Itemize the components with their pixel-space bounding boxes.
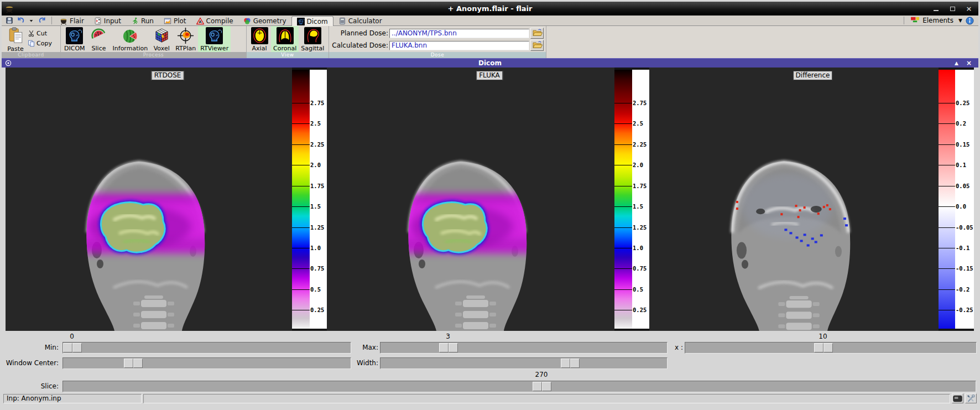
close-panel-button[interactable]: × (966, 59, 972, 68)
slider-handle[interactable] (439, 343, 458, 352)
x-label: x : (614, 342, 683, 354)
titlebar[interactable]: + Anonym.flair - flair × (2, 2, 978, 15)
colorbar-tick (614, 268, 632, 269)
minimize-button[interactable] (932, 5, 940, 13)
process-item-label: Slice (92, 45, 106, 52)
tab-dicom[interactable]: Dicom (291, 16, 333, 27)
window-controls: × (932, 5, 973, 13)
colorbar-diff-2: 0.250.20.150.10.050.0-0.05-0.1-0.15-0.2-… (939, 68, 974, 331)
quick-access-toolbar (2, 17, 49, 25)
tab-geometry[interactable]: Geometry (238, 16, 291, 26)
process-dicom-button[interactable]: DICOM (62, 26, 87, 52)
colorbar-tick-label: 0.25 (956, 100, 969, 106)
paste-button[interactable]: Paste (4, 27, 27, 53)
image-icon[interactable] (952, 393, 963, 403)
min-slider[interactable] (62, 342, 351, 354)
dropdown-arrow-icon[interactable] (27, 17, 35, 25)
process-voxel-button[interactable]: Voxel (150, 26, 173, 52)
ribbon: Paste Cut Copy Clipboard DICOMSliceInfor… (2, 26, 978, 58)
colorbar-tick (292, 310, 310, 310)
window-center-slider[interactable] (62, 357, 351, 369)
separator (904, 17, 904, 24)
slider-handle[interactable] (814, 343, 833, 352)
tools-icon[interactable] (965, 393, 977, 403)
viewport-fluka[interactable]: FLUKA (327, 68, 614, 331)
calculated-dose-input[interactable] (389, 41, 529, 50)
slice-slider[interactable] (62, 381, 976, 392)
colorbar-tick (292, 206, 310, 207)
colorbar-tick (939, 248, 955, 248)
planned-dose-browse-button[interactable] (530, 28, 544, 39)
colorbar-tick (939, 123, 955, 124)
colorbar-tick-label: -0.15 (956, 265, 973, 272)
process-item-label: DICOM (64, 45, 85, 52)
view-sagittal-button[interactable]: Sagittal (299, 26, 326, 52)
slider-handle[interactable] (561, 359, 580, 368)
colorbar-tick-label: 0.0 (956, 203, 966, 210)
process-rtviewer-button[interactable]: RTViewer (198, 26, 231, 52)
planned-dose-input[interactable] (389, 29, 529, 38)
coronal-icon (277, 27, 294, 45)
slider-handle-grip (823, 343, 833, 352)
tab-plot[interactable]: Plot (159, 16, 191, 26)
process-item-label: Voxel (154, 45, 170, 52)
redo-icon[interactable] (38, 17, 46, 25)
copy-button[interactable]: Copy (28, 38, 52, 48)
width-slider[interactable] (380, 357, 668, 369)
dicom-skull-icon (206, 27, 223, 45)
slider-handle-grip (439, 343, 449, 352)
process-information-button[interactable]: Information (111, 26, 150, 52)
process-rtplan-button[interactable]: RTPlan (173, 26, 198, 52)
maximize-button[interactable] (948, 5, 956, 13)
viewport-left-margin (2, 68, 6, 331)
colorbar-tick-label: 1.5 (633, 203, 643, 210)
tab-calculator[interactable]: Calculator (333, 16, 387, 26)
tab-compile[interactable]: ACompile (191, 16, 238, 26)
slider-handle[interactable] (63, 343, 82, 352)
slider-handle-grip (533, 382, 542, 391)
tab-label: Input (104, 17, 121, 25)
elements-button[interactable]: Elements ▼ (910, 16, 962, 25)
viewport-rtdose[interactable]: RTDOSE (6, 68, 292, 331)
view-axial-button[interactable]: Axial (248, 26, 271, 52)
slider-handle[interactable] (533, 382, 551, 391)
colorbar-tick (939, 227, 955, 228)
tab-input[interactable]: Input (89, 16, 126, 26)
process-slice-button[interactable]: Slice (87, 26, 111, 52)
info-icon[interactable] (966, 17, 974, 25)
view-item-label: Sagittal (301, 45, 324, 52)
slider-handle[interactable] (124, 359, 143, 368)
colorbar-tick-label: 2.0 (633, 162, 643, 168)
plot-icon (164, 17, 171, 25)
tab-run[interactable]: Run (126, 16, 159, 26)
colorbar-tick (614, 103, 632, 103)
elements-icon (910, 16, 920, 25)
calculated-dose-browse-button[interactable] (530, 40, 544, 51)
colorbar-tick (614, 165, 632, 165)
close-button[interactable]: × (965, 5, 973, 13)
min-label: Min: (2, 342, 59, 354)
planned-dose-label: Planned Dose: (329, 29, 388, 37)
x-slider[interactable] (685, 342, 977, 354)
slider-handle-grip (72, 343, 82, 352)
ct-image-rtdose[interactable] (6, 68, 292, 331)
colorbar-dose-0: 2.752.52.252.01.751.51.251.00.750.50.25 (292, 68, 327, 331)
ct-image-difference[interactable] (649, 68, 939, 331)
folder-open-icon (532, 28, 543, 38)
colorbar-tick-label: 2.75 (310, 100, 324, 106)
runner-icon (131, 17, 139, 25)
ribbon-group-dose: Planned Dose: Calculated Dose: Dose (329, 26, 546, 58)
cut-button[interactable]: Cut (28, 28, 52, 38)
collapse-panel-button[interactable]: ▲ (955, 59, 958, 68)
watermelon-slice-icon (90, 27, 107, 45)
tab-flair[interactable]: Flair (55, 16, 89, 26)
dicom-panel-titlebar[interactable]: Dicom ▲ × (2, 58, 978, 68)
viewport-difference[interactable]: Difference (649, 68, 939, 331)
save-icon[interactable] (5, 17, 13, 25)
ct-image-fluka[interactable] (327, 68, 614, 331)
view-coronal-button[interactable]: Coronal (271, 26, 299, 52)
colorbar-tick (939, 289, 955, 290)
undo-icon[interactable] (16, 17, 24, 25)
colorbar-labels: 2.752.52.252.01.751.51.251.00.750.50.25 (632, 70, 649, 329)
group-label-process: Process (61, 52, 246, 58)
